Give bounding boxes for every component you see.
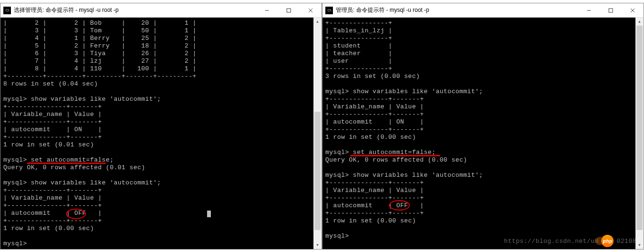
scroll-thumb[interactable] xyxy=(314,112,321,230)
scroll-track[interactable] xyxy=(313,26,322,241)
scroll-up-button[interactable]: ▲ xyxy=(313,18,322,26)
window-title-left: 选择管理员: 命令提示符 - mysql -u root -p xyxy=(14,6,119,14)
minimize-button[interactable] xyxy=(578,3,600,17)
php-badge-icon: php xyxy=(601,235,614,247)
window-title-right: 管理员: 命令提示符 - mysql -u root -p xyxy=(336,6,429,14)
terminal-left[interactable]: | 2 | 2 | Bob | 20 | 1 | | 3 | 3 | Tom |… xyxy=(0,18,313,249)
scrollbar-left[interactable]: ▲ ▼ xyxy=(313,18,322,249)
maximize-button[interactable] xyxy=(600,3,622,17)
red-underline-left xyxy=(27,163,106,164)
terminal-right[interactable]: +---------------+ | Tables_in_lzj | +---… xyxy=(322,18,635,249)
titlebar-right: C:\ 管理员: 命令提示符 - mysql -u root -p xyxy=(322,3,644,18)
cmd-icon: C:\ xyxy=(3,7,11,14)
maximize-button[interactable] xyxy=(278,3,300,17)
scroll-track[interactable] xyxy=(635,26,644,241)
scroll-up-button[interactable]: ▲ xyxy=(635,18,644,26)
red-underline-right xyxy=(350,155,440,156)
minimize-button[interactable] xyxy=(256,3,278,17)
scrollbar-right[interactable]: ▲ ▼ xyxy=(635,18,644,249)
cmd-icon: C:\ xyxy=(325,7,333,14)
watermark-text: https://blog.csdn.net/u0 xyxy=(504,238,598,245)
scroll-down-button[interactable]: ▼ xyxy=(635,241,644,249)
close-button[interactable] xyxy=(300,3,322,17)
scroll-down-button[interactable]: ▼ xyxy=(313,241,322,249)
red-circle-right xyxy=(389,200,410,211)
scroll-thumb[interactable] xyxy=(636,26,643,230)
red-circle-left xyxy=(66,209,86,219)
watermark-tail: 02108 xyxy=(616,238,636,245)
close-button[interactable] xyxy=(622,3,644,17)
svg-rect-5 xyxy=(609,9,613,12)
svg-rect-1 xyxy=(287,9,291,12)
titlebar-left: C:\ 选择管理员: 命令提示符 - mysql -u root -p xyxy=(0,3,322,18)
watermark: https://blog.csdn.net/u0 php 02108 xyxy=(504,235,636,247)
